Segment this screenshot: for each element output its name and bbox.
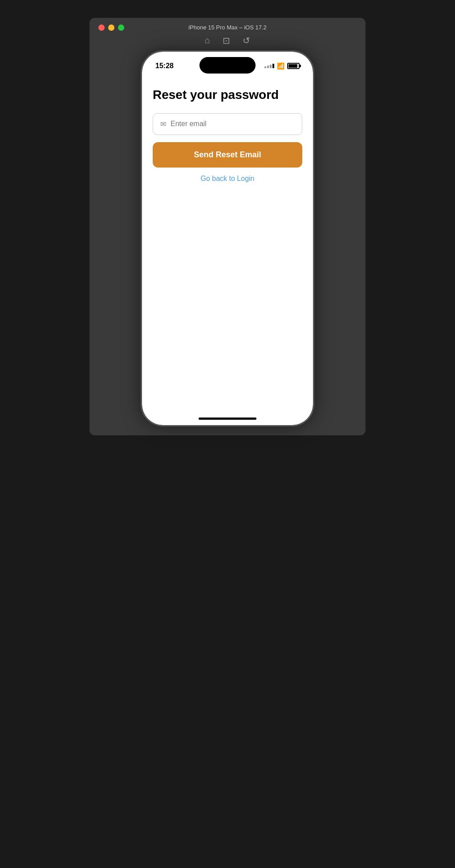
rotate-icon[interactable]: ↺: [243, 35, 250, 46]
battery-fill: [288, 64, 297, 68]
titlebar-toolbar: ⌂ ⊡ ↺: [205, 35, 250, 46]
signal-icon: [264, 64, 274, 68]
dynamic-island: [199, 57, 256, 74]
close-button[interactable]: [98, 25, 105, 31]
maximize-button[interactable]: [118, 25, 124, 31]
battery-icon: [287, 63, 300, 69]
titlebar: iPhone 15 Pro Max – iOS 17.2 ⌂ ⊡ ↺: [89, 18, 366, 50]
email-icon: ✉: [160, 120, 166, 128]
minimize-button[interactable]: [108, 25, 114, 31]
status-bar: 15:28 📶: [142, 52, 313, 74]
page-title: Reset your password: [153, 87, 302, 102]
email-input-wrapper[interactable]: ✉: [153, 113, 302, 135]
home-icon[interactable]: ⌂: [205, 35, 210, 46]
status-right-icons: 📶: [264, 62, 300, 70]
home-indicator: [142, 412, 313, 425]
go-back-link[interactable]: Go back to Login: [153, 175, 302, 183]
phone-screen: 15:28 📶 Reset your pass: [142, 52, 313, 425]
email-input[interactable]: [171, 120, 295, 128]
app-content: Reset your password ✉ Send Reset Email G…: [142, 74, 313, 412]
status-time: 15:28: [155, 62, 174, 70]
traffic-lights[interactable]: [98, 25, 124, 31]
window-title: iPhone 15 Pro Max – iOS 17.2: [98, 24, 357, 31]
screenshot-icon[interactable]: ⊡: [223, 35, 230, 46]
phone-shell: 15:28 📶 Reset your pass: [141, 50, 314, 426]
phone-wrapper: 15:28 📶 Reset your pass: [89, 50, 366, 435]
home-bar: [199, 418, 256, 420]
send-reset-email-button[interactable]: Send Reset Email: [153, 142, 302, 168]
wifi-icon: 📶: [277, 62, 284, 70]
